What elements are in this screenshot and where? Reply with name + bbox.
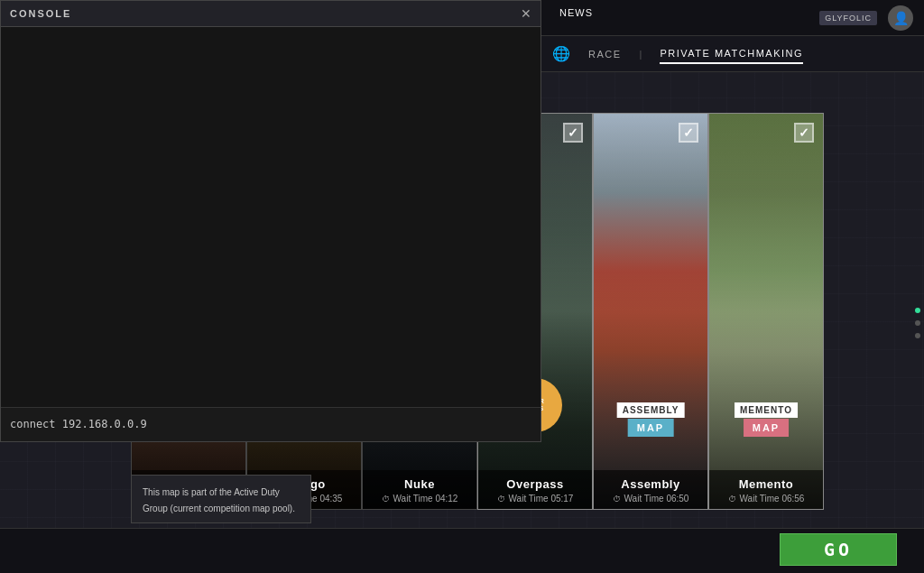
sidebar-dot-3[interactable] <box>915 333 920 338</box>
assembly-name: Assembly <box>594 477 707 491</box>
console-titlebar: CONSOLE ✕ <box>1 1 541 27</box>
memento-badge: MEMENTO MAP <box>735 402 798 437</box>
nuke-info: Nuke ⏱ Wait Time 04:12 <box>363 470 476 509</box>
clock-icon: ⏱ <box>613 494 621 504</box>
overpass-wait-time: Wait Time 05:17 <box>509 494 574 504</box>
overpass-info: Overpass ⏱ Wait Time 05:17 <box>478 470 592 509</box>
memento-wait-time: Wait Time 06:56 <box>740 494 805 504</box>
assembly-checkbox[interactable]: ✓ <box>679 123 698 143</box>
tab-race[interactable]: RACE <box>588 45 622 63</box>
sidebar-dot-1[interactable] <box>915 308 920 313</box>
overpass-name: Overpass <box>478 477 592 491</box>
console-title: CONSOLE <box>10 8 71 19</box>
assembly-wait-time: Wait Time 06:50 <box>624 494 689 504</box>
sidebar-tabs: 🌐 RACE | PRIVATE MATCHMAKING <box>541 36 924 72</box>
memento-info: Memento ⏱ Wait Time 06:56 <box>709 470 823 509</box>
memento-name: Memento <box>709 477 823 491</box>
map-card-memento[interactable]: ✓ MEMENTO MAP Memento ⏱ Wait Time 06:56 <box>708 113 824 510</box>
console-close-button[interactable]: ✕ <box>521 6 531 21</box>
console-panel: CONSOLE ✕ <box>0 0 541 442</box>
sidebar-dot-2[interactable] <box>915 320 920 326</box>
console-input[interactable] <box>10 418 531 430</box>
checkmark-icon: ✓ <box>568 125 578 140</box>
assembly-badge-label: ASSEMBLY <box>617 402 685 418</box>
assembly-badge-map: MAP <box>628 419 673 437</box>
header-nav-area: NEWS <box>559 7 593 18</box>
memento-checkbox[interactable]: ✓ <box>794 123 814 143</box>
overpass-wait: ⏱ Wait Time 05:17 <box>478 494 592 504</box>
nuke-wait-time: Wait Time 04:12 <box>393 494 458 504</box>
checkmark-icon: ✓ <box>683 125 694 140</box>
assembly-info: Assembly ⏱ Wait Time 06:50 <box>594 470 707 509</box>
clock-icon: ⏱ <box>497 494 505 504</box>
tab-private-matchmaking[interactable]: PRIVATE MATCHMAKING <box>660 44 803 64</box>
nuke-name: Nuke <box>363 477 476 491</box>
overlay <box>594 114 707 509</box>
clock-icon: ⏱ <box>382 494 390 504</box>
memento-badge-label: MEMENTO <box>735 402 798 418</box>
nuke-wait: ⏱ Wait Time 04:12 <box>363 494 476 504</box>
sidebar-right <box>910 36 924 573</box>
overlay <box>709 114 823 509</box>
assembly-badge: ASSEMBLY MAP <box>617 402 685 437</box>
tooltip-box: This map is part of the Active Duty Grou… <box>131 475 311 523</box>
assembly-wait: ⏱ Wait Time 06:50 <box>594 494 707 504</box>
tab-separator: | <box>640 49 642 60</box>
tooltip-text: This map is part of the Active Duty Grou… <box>143 487 295 513</box>
memento-badge-map: MAP <box>744 419 789 437</box>
globe-icon[interactable]: 🌐 <box>552 45 570 62</box>
console-input-area[interactable] <box>1 407 541 439</box>
checkmark-icon: ✓ <box>799 125 809 140</box>
memento-wait: ⏱ Wait Time 06:56 <box>709 494 823 504</box>
clock-icon: ⏱ <box>728 494 736 504</box>
go-button[interactable]: GO <box>780 533 897 566</box>
nav-news[interactable]: NEWS <box>559 7 593 18</box>
rank-badge: GLYFOLIC <box>819 11 877 25</box>
header-right: GLYFOLIC 👤 <box>819 5 913 31</box>
console-body[interactable] <box>1 27 541 439</box>
map-card-assembly[interactable]: ✓ ASSEMBLY MAP Assembly ⏱ Wait Time 06:5… <box>593 113 708 510</box>
go-button-label: GO <box>824 539 853 560</box>
user-icon[interactable]: 👤 <box>888 5 913 31</box>
overpass-checkbox[interactable]: ✓ <box>563 123 583 143</box>
